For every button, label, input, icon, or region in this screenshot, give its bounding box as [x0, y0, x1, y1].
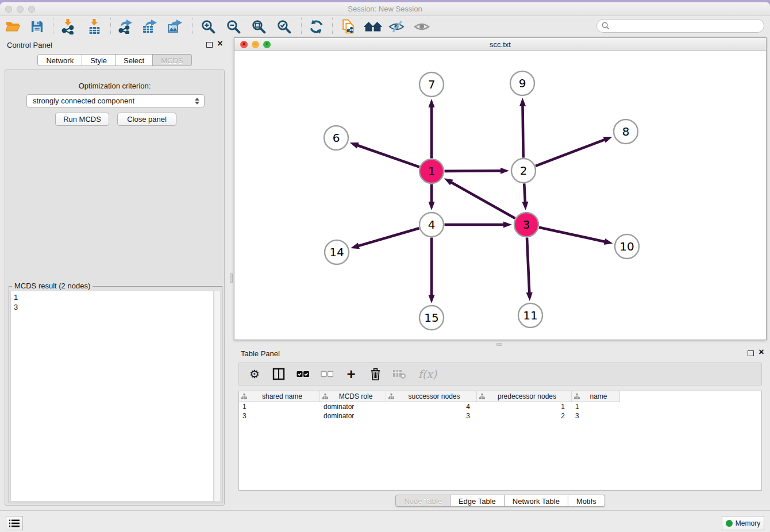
- table-cell[interactable]: 3: [239, 411, 320, 421]
- table-row[interactable]: 1dominator411: [239, 402, 761, 411]
- criterion-select[interactable]: strongly connected component: [26, 94, 205, 107]
- memory-button[interactable]: Memory: [722, 516, 764, 530]
- float-panel-icon[interactable]: [206, 42, 213, 48]
- float-table-panel-icon[interactable]: [748, 350, 754, 356]
- column-header-MCDS-role[interactable]: MCDS role: [320, 391, 386, 402]
- zoom-out-button[interactable]: [225, 18, 241, 34]
- table-cell[interactable]: 2: [477, 411, 572, 421]
- deselect-all-rows-button[interactable]: [319, 367, 334, 381]
- graph-node-label: 15: [424, 311, 438, 325]
- graph-edge-3-11[interactable]: [527, 237, 529, 294]
- control-panel: Control Panel × NetworkStyleSelectMCDS O…: [0, 36, 229, 512]
- table-panel: Table Panel × ⚙: [234, 344, 767, 512]
- graph-edge-3-1[interactable]: [451, 182, 515, 218]
- export-image-button[interactable]: [167, 18, 183, 34]
- select-stepper-icon: [195, 98, 199, 105]
- task-history-button[interactable]: [6, 516, 23, 530]
- table-cell[interactable]: 4: [386, 402, 477, 411]
- import-network-icon: [61, 19, 75, 34]
- mcds-result-line: 3: [14, 302, 213, 312]
- table-cell[interactable]: dominator: [320, 411, 386, 421]
- zoom-in-button[interactable]: [200, 18, 216, 34]
- first-neighbors-button[interactable]: [363, 18, 383, 34]
- table-panel-header: Table Panel ×: [234, 344, 767, 363]
- table-cell[interactable]: dominator: [320, 402, 386, 411]
- network-canvas[interactable]: 1234678910111415: [234, 51, 766, 340]
- control-panel-title: Control Panel: [7, 41, 52, 49]
- add-column-button[interactable]: +: [344, 367, 359, 381]
- graph-edge-1-6[interactable]: [357, 145, 419, 167]
- export-table-button[interactable]: [141, 18, 157, 34]
- table-cell[interactable]: 1: [572, 402, 620, 411]
- export-network-button[interactable]: [117, 18, 133, 34]
- node-table[interactable]: shared nameMCDS rolesuccessor nodesprede…: [238, 391, 762, 491]
- tab-edge-table[interactable]: Edge Table: [451, 495, 505, 507]
- table-cell[interactable]: 1: [477, 402, 572, 411]
- search-box[interactable]: [596, 19, 764, 33]
- zoom-selected-button[interactable]: [276, 18, 292, 34]
- table-cell[interactable]: 3: [386, 411, 477, 421]
- toolbar-separator: [53, 18, 53, 34]
- import-network-button[interactable]: [60, 18, 76, 34]
- graph-edge-4-14[interactable]: [357, 228, 419, 246]
- graph-edge-arrow: [526, 292, 533, 301]
- mcds-result-line: 1: [14, 292, 213, 302]
- open-folder-icon: [5, 20, 20, 33]
- run-mcds-button[interactable]: Run MCDS: [55, 113, 109, 126]
- search-icon: [602, 22, 610, 30]
- graph-edge-arrow: [604, 238, 613, 245]
- tab-select[interactable]: Select: [116, 54, 153, 66]
- table-cell[interactable]: 3: [572, 411, 620, 421]
- close-table-panel-icon[interactable]: ×: [757, 347, 766, 357]
- column-header-successor-nodes[interactable]: successor nodes: [386, 391, 477, 402]
- import-table-button[interactable]: [86, 18, 102, 34]
- duplicate-network-icon: [341, 19, 356, 34]
- mcds-result-group: MCDS result (2 nodes) 13: [9, 286, 222, 503]
- export-table-icon: [142, 19, 157, 34]
- graph-edge-2-9[interactable]: [523, 105, 523, 158]
- split-handle[interactable]: [230, 273, 233, 283]
- list-icon: [9, 519, 20, 527]
- graph-edge-2-3[interactable]: [524, 183, 525, 203]
- column-header-shared-name[interactable]: shared name: [239, 391, 320, 402]
- table-settings-button[interactable]: ⚙: [247, 367, 262, 381]
- graph-edge-2-8[interactable]: [536, 140, 605, 166]
- refresh-layout-button[interactable]: [308, 18, 324, 34]
- delete-column-button[interactable]: [368, 367, 383, 381]
- tab-motifs[interactable]: Motifs: [568, 495, 605, 507]
- search-input[interactable]: [610, 22, 764, 30]
- column-header-predecessor-nodes[interactable]: predecessor nodes: [477, 391, 572, 402]
- table-cell[interactable]: 1: [239, 402, 320, 411]
- vertical-split-divider[interactable]: [229, 36, 234, 512]
- delete-table-button: [392, 367, 407, 381]
- select-all-rows-button[interactable]: [295, 367, 310, 381]
- houses-icon: [364, 20, 382, 33]
- graph-edge-3-10[interactable]: [539, 228, 606, 242]
- mcds-result-text[interactable]: 13: [10, 291, 214, 502]
- eye-slash-icon: [388, 20, 405, 34]
- network-window-titlebar[interactable]: × − + scc.txt: [234, 38, 766, 51]
- graph-edge-arrow: [500, 168, 509, 174]
- open-file-button[interactable]: [5, 18, 21, 34]
- zoom-fit-button[interactable]: [251, 18, 267, 34]
- duplicate-network-button[interactable]: [340, 18, 356, 34]
- tab-node-table[interactable]: Node Table: [395, 495, 451, 507]
- tab-network[interactable]: Network: [37, 54, 82, 66]
- column-header-name[interactable]: name: [572, 391, 620, 402]
- hide-selected-button[interactable]: [388, 18, 405, 34]
- show-all-button[interactable]: [414, 18, 430, 34]
- split-table-button[interactable]: [271, 367, 286, 381]
- network-window-title: scc.txt: [234, 40, 766, 49]
- tab-style[interactable]: Style: [82, 54, 116, 66]
- tab-network-table[interactable]: Network Table: [505, 495, 568, 507]
- table-row[interactable]: 3dominator323: [239, 411, 761, 421]
- close-panel-button[interactable]: Close panel: [117, 113, 176, 126]
- attribute-type-icon: [241, 394, 247, 399]
- mcds-result-scrollbar[interactable]: [214, 291, 221, 502]
- graph-edge-1-2[interactable]: [444, 171, 502, 171]
- tab-mcds[interactable]: MCDS: [153, 54, 191, 66]
- import-table-icon: [87, 19, 102, 34]
- graph-node-label: 8: [622, 125, 630, 138]
- close-panel-icon[interactable]: ×: [215, 38, 225, 49]
- save-session-button[interactable]: [29, 18, 45, 34]
